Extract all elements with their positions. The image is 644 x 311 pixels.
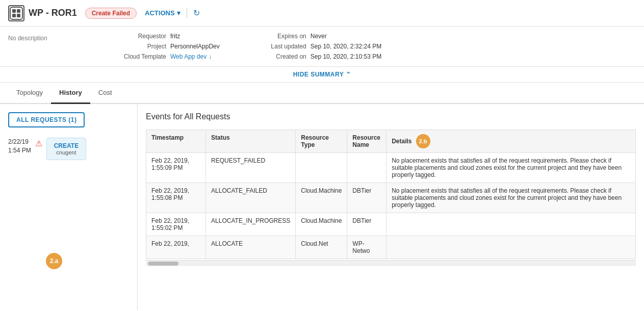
last-updated-value: Sep 10, 2020, 2:32:24 PM [311,43,381,50]
th-details: Details 2.b [387,130,636,153]
created-label: Created on [250,53,306,60]
request-action-user: cnugent [54,149,79,156]
left-panel: ALL REQUESTS (1) 2/22/19 1:54 PM ⚠ CREAT… [0,104,138,310]
created-row: Created on Sep 10, 2020, 2:10:53 PM [250,53,381,60]
expires-value: Never [311,33,327,40]
table-row: Feb 22, 2019, ALLOCATE Cloud.Net WP-Netw… [146,236,636,259]
logo: WP - ROR1 [8,5,77,21]
summary-meta: Requestor fritz Project PersonnelAppDev … [110,33,636,60]
th-status: Status [206,130,296,153]
request-action-card[interactable]: CREATE cnugent [46,138,86,160]
project-label: Project [110,43,166,50]
svg-rect-3 [12,14,16,17]
cell-resource-name: DBTier [347,183,387,213]
last-updated-label: Last updated [250,43,306,50]
cell-timestamp: Feb 22, 2019, [146,236,206,259]
project-row: Project PersonnelAppDev [110,43,220,50]
svg-rect-1 [12,9,16,13]
badge-2b: 2.b [416,134,430,148]
request-item: 2/22/19 1:54 PM ⚠ CREATE cnugent [8,138,129,160]
cell-details [387,236,636,259]
no-description: No description [8,35,110,42]
cell-status: ALLOCATE_IN_PROGRESS [206,213,296,236]
logo-icon [8,5,24,21]
cell-resource-type: Cloud.Machine [296,183,347,213]
cell-resource-name: WP-Netwo [347,236,387,259]
tab-history[interactable]: History [51,83,90,104]
cell-status: ALLOCATE_FAILED [206,183,296,213]
right-panel: Events for All Requests Timestamp Status… [138,104,644,310]
request-date: 2/22/19 1:54 PM [8,138,31,155]
chevron-down-icon: ▾ [177,9,181,17]
error-icon: ⚠ [35,139,42,148]
expires-label: Expires on [250,33,306,40]
th-timestamp: Timestamp [146,130,206,153]
scroll-thumb [148,262,178,266]
table-row: Feb 22, 2019, 1:55:02 PM ALLOCATE_IN_PRO… [146,213,636,236]
meta-col-left: Requestor fritz Project PersonnelAppDev … [110,33,220,60]
hide-summary-btn[interactable]: HIDE SUMMARY ⌃ [0,67,644,83]
cell-details: No placement exists that satisfies all o… [387,153,636,183]
actions-button[interactable]: ACTIONS ▾ [145,9,181,17]
meta-col-right: Expires on Never Last updated Sep 10, 20… [250,33,381,60]
created-value: Sep 10, 2020, 2:10:53 PM [311,53,381,60]
horizontal-scrollbar[interactable] [146,260,636,266]
cell-resource-type: Cloud.Net [296,236,347,259]
chevron-up-icon: ⌃ [346,71,351,78]
requestor-row: Requestor fritz [110,33,220,40]
logo-text: WP - ROR1 [29,8,77,18]
content-area: ALL REQUESTS (1) 2/22/19 1:54 PM ⚠ CREAT… [0,104,644,310]
th-resource-type: ResourceType [296,130,347,153]
cell-status: ALLOCATE [206,236,296,259]
svg-rect-0 [10,7,22,19]
status-badge: Create Failed [85,8,137,19]
summary-section: No description Requestor fritz Project P… [0,27,644,67]
project-value: PersonnelAppDev [170,43,220,50]
cloud-template-label: Cloud Template [110,53,166,60]
svg-rect-2 [17,9,20,13]
tabs: Topology History Cost [0,83,644,104]
summary-left: No description [8,33,110,60]
table-row: Feb 22, 2019, 1:55:09 PM REQUEST_FAILED … [146,153,636,183]
request-action-label: CREATE [54,142,79,149]
requestor-label: Requestor [110,33,166,40]
cell-details: No placement exists that satisfies all o… [387,183,636,213]
divider [187,8,187,18]
cell-resource-name: DBTier [347,213,387,236]
all-requests-button[interactable]: ALL REQUESTS (1) [8,112,85,127]
cloud-template-row: Cloud Template Web App dev ↓ [110,53,220,60]
table-header-row: Timestamp Status ResourceType ResourceNa… [146,130,636,153]
events-table: Timestamp Status ResourceType ResourceNa… [146,129,636,259]
requestor-value: fritz [170,33,180,40]
cell-resource-type: Cloud.Machine [296,213,347,236]
cloud-template-link[interactable]: Web App dev ↓ [170,53,212,60]
cell-resource-name [347,153,387,183]
svg-rect-4 [17,14,20,17]
last-updated-row: Last updated Sep 10, 2020, 2:32:24 PM [250,43,381,50]
cell-details [387,213,636,236]
cell-timestamp: Feb 22, 2019, 1:55:08 PM [146,183,206,213]
expires-row: Expires on Never [250,33,381,40]
cell-resource-type [296,153,347,183]
refresh-button[interactable]: ↻ [193,8,200,18]
download-icon: ↓ [209,53,212,60]
th-resource-name: ResourceName [347,130,387,153]
table-row: Feb 22, 2019, 1:55:08 PM ALLOCATE_FAILED… [146,183,636,213]
header: WP - ROR1 Create Failed ACTIONS ▾ ↻ [0,0,644,27]
tab-cost[interactable]: Cost [90,83,120,104]
cell-timestamp: Feb 22, 2019, 1:55:09 PM [146,153,206,183]
cell-timestamp: Feb 22, 2019, 1:55:02 PM [146,213,206,236]
events-title: Events for All Requests [146,112,636,121]
badge-2a: 2.a [46,253,62,269]
cell-status: REQUEST_FAILED [206,153,296,183]
tab-topology[interactable]: Topology [8,83,51,104]
